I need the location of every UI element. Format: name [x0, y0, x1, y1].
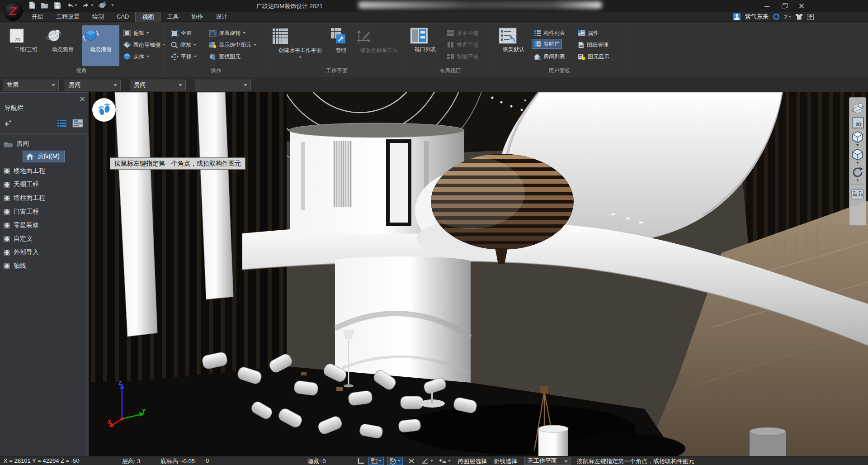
tree-item-ceiling-works[interactable]: 天棚工程: [4, 179, 39, 190]
snap-cross-icon[interactable]: [406, 457, 417, 465]
tab-view[interactable]: 视图: [135, 12, 160, 22]
button-nav-bar[interactable]: 导航栏: [532, 39, 562, 49]
cross-layer-select-button[interactable]: 跨图层选择: [458, 457, 487, 465]
tree-item-door-window-works[interactable]: 门窗工程: [4, 206, 39, 218]
tree-item-custom[interactable]: 自定义: [4, 233, 33, 245]
button-top-view[interactable]: 俯视: [123, 28, 149, 38]
command-prompt: 按鼠标左键指定第一个角点，或拾取构件图元: [577, 457, 694, 465]
expand-plus-icon[interactable]: [4, 182, 10, 188]
group-label-view: 视角: [27, 67, 136, 75]
redo-button[interactable]: [82, 2, 94, 9]
tab-draw[interactable]: 绘制: [86, 12, 110, 22]
expand-plus-icon[interactable]: [4, 236, 10, 242]
quick-access-toolbar: [28, 1, 114, 9]
view-list-button[interactable]: [851, 188, 864, 200]
tree-item-wall-column-works[interactable]: 墙柱面工程: [4, 192, 45, 204]
expand-plus-icon[interactable]: [4, 223, 10, 228]
button-fullscreen[interactable]: 全屏: [171, 28, 192, 38]
button-manage-workplane[interactable]: 管理: [329, 25, 353, 66]
rect-select-toggle[interactable]: [368, 457, 384, 465]
button-2d3d[interactable]: 2D 二维/三维: [8, 25, 43, 66]
button-room-list[interactable]: 房间列表: [533, 52, 565, 62]
tab-collaborate[interactable]: 协作: [185, 12, 209, 22]
category-select-1[interactable]: 房间: [65, 80, 121, 90]
cube-select-toggle[interactable]: [387, 457, 403, 465]
expand-plus-icon[interactable]: [4, 250, 10, 256]
workplane-select[interactable]: 无工作平面: [524, 457, 571, 465]
polyline-select-button[interactable]: 折线选择: [494, 457, 517, 465]
expand-plus-icon[interactable]: [4, 209, 10, 215]
tree-item-floor-works[interactable]: 楼地面工程: [4, 165, 45, 177]
help-button[interactable]: ?: [784, 14, 791, 20]
sidebar-scrollbar[interactable]: [85, 136, 89, 456]
tree-item-external-import[interactable]: 外部导入: [4, 247, 39, 258]
panel-close-icon[interactable]: [80, 96, 85, 102]
button-zoom[interactable]: 缩放: [171, 40, 196, 50]
add-reference-button[interactable]: [437, 457, 453, 465]
angle-snap-button[interactable]: [420, 457, 435, 465]
tree-item-misc-decoration[interactable]: 零星装修: [4, 219, 39, 231]
button-restore-default[interactable]: 恢复默认: [498, 25, 529, 66]
tab-tools[interactable]: 工具: [160, 12, 185, 22]
tree-item-room-selected[interactable]: 房间(M): [23, 151, 65, 162]
button-show-selected[interactable]: 显示选中图元: [209, 40, 256, 50]
tab-cad[interactable]: CAD: [110, 12, 135, 22]
cube-style-button[interactable]: [851, 148, 864, 164]
panel-view-icon[interactable]: [72, 119, 83, 128]
save-icon[interactable]: [53, 1, 61, 9]
upload-icon[interactable]: [807, 14, 814, 20]
stool-white: [538, 425, 568, 456]
button-pan[interactable]: 平移: [171, 52, 197, 62]
open-file-icon[interactable]: [41, 1, 48, 9]
viewport-3d[interactable]: 按鼠标左键指定第一个角点，或拾取构件图元 Z Y X 2D: [89, 92, 868, 456]
button-sw-isometric[interactable]: 西南等轴侧: [123, 40, 165, 50]
button-viewport-list[interactable]: 视口列表: [410, 25, 441, 66]
button-solid-style[interactable]: 实体: [123, 52, 149, 62]
button-screen-rotate[interactable]: 屏幕旋转: [209, 28, 245, 38]
theme-shirt-icon[interactable]: [796, 14, 802, 20]
minimize-button[interactable]: [764, 3, 770, 9]
expand-plus-icon[interactable]: [4, 263, 10, 269]
ortho-toggle-icon[interactable]: [355, 457, 366, 465]
category-select-2[interactable]: 房间: [130, 80, 186, 90]
user-cluster: 紫气东来 ?: [733, 12, 814, 22]
status-bar: X = 28101 Y = 42294 Z = -50 层高: 3 底标高: -…: [0, 456, 868, 465]
new-file-icon[interactable]: [28, 1, 36, 9]
category-select-3[interactable]: [195, 80, 251, 90]
tab-start[interactable]: 开始: [25, 12, 50, 22]
2d-view-button[interactable]: 2D: [852, 117, 864, 128]
cloud-sphere-icon[interactable]: [99, 1, 106, 9]
button-drawing-management[interactable]: 图纸管理: [578, 40, 609, 50]
toolbar-overflow-icon[interactable]: [111, 5, 114, 6]
floor-select[interactable]: 首层: [3, 80, 59, 90]
tree-root-room[interactable]: 房间: [4, 138, 29, 150]
user-avatar[interactable]: [733, 13, 741, 20]
button-element-display[interactable]: 图元显示: [578, 52, 609, 62]
group-label-layout-viewport: 布局视口: [410, 67, 491, 75]
tab-design[interactable]: 设计: [209, 12, 234, 22]
button-create-workplane[interactable]: 创建水平工作平面: [271, 25, 329, 66]
button-tile-horizontal: 水平平铺: [447, 28, 478, 38]
tree-item-axis-lines[interactable]: 轴线: [4, 260, 26, 272]
button-properties[interactable]: 属性: [578, 28, 599, 38]
list-view-icon[interactable]: [57, 119, 67, 128]
sync-ring-icon[interactable]: [773, 14, 779, 20]
axis-x-label: X: [108, 419, 111, 425]
button-orbit[interactable]: 动态观察: [45, 25, 80, 66]
walk-mode-badge[interactable]: [92, 98, 116, 122]
title-bar: 广联达BIM装饰设计 2021: [0, 0, 868, 12]
button-component-list[interactable]: 构件列表: [533, 28, 565, 38]
orbit-tool-button[interactable]: [851, 101, 864, 115]
button-walkthrough[interactable]: 动态漫游: [82, 25, 119, 66]
button-find-element[interactable]: 查找图元: [209, 52, 241, 62]
expand-plus-icon[interactable]: [4, 168, 10, 174]
undo-button[interactable]: [66, 2, 77, 9]
add-view-icon[interactable]: [4, 120, 12, 127]
restore-button[interactable]: [781, 3, 788, 9]
extra-elevation-value: 0: [206, 457, 209, 464]
close-button[interactable]: [798, 3, 805, 9]
expand-plus-icon[interactable]: [4, 195, 10, 201]
cube-view-button[interactable]: [851, 130, 864, 146]
rotate-view-button[interactable]: [851, 166, 864, 181]
tab-project-settings[interactable]: 工程设置: [50, 12, 86, 22]
